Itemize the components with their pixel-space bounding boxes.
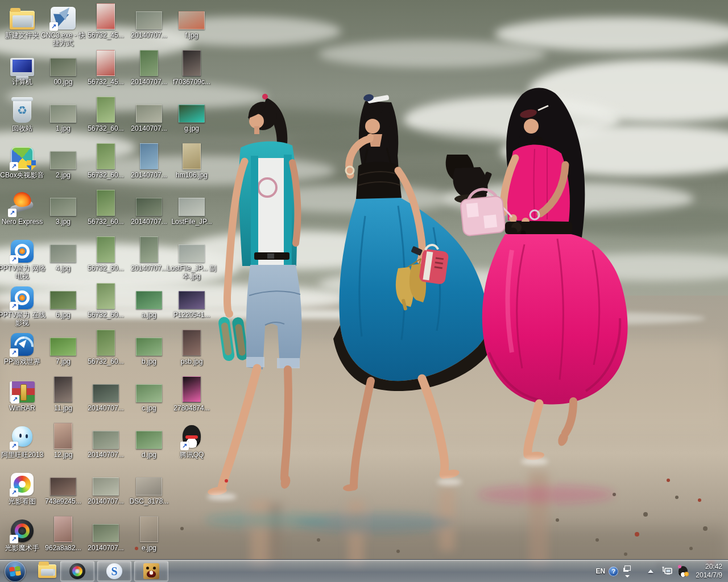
desktop-icon[interactable]: 56732_60... — [85, 329, 126, 365]
desktop-icon[interactable]: f7036709c... — [171, 49, 212, 86]
desktop-icon[interactable]: 光影魔术手 — [2, 515, 43, 552]
clock-date: 2014/7/9 — [696, 571, 722, 580]
desktop-icon[interactable]: f.jpg — [171, 2, 212, 39]
taskbar-sogou-button[interactable]: S — [97, 561, 131, 581]
desktop-icon[interactable]: 56732_45... — [85, 2, 126, 39]
desktop-icon[interactable]: 00.jpg — [43, 49, 84, 86]
desktop-icon[interactable]: 12.jpg — [43, 422, 84, 459]
desktop-icon[interactable]: 6.jpg — [43, 282, 84, 319]
desktop-icon[interactable]: 11.jpg — [43, 375, 84, 412]
photo-thumbnail-icon — [136, 477, 162, 496]
desktop-icon[interactable]: 743e9245... — [43, 468, 84, 505]
clock[interactable]: 20:42 2014/7/9 — [696, 563, 722, 580]
desktop-icon-label: DSC_3178... — [124, 497, 174, 505]
photo-thumbnail-icon — [93, 384, 119, 402]
desktop-icon[interactable]: 56732_60... — [85, 282, 126, 319]
taskbar-explorer-button[interactable] — [38, 563, 57, 580]
desktop-icon[interactable]: 27804874... — [171, 375, 212, 412]
system-tray: EN ? 20:42 2014/7/9 — [593, 560, 728, 582]
help-icon[interactable]: ? — [609, 567, 618, 576]
desktop-icon-label: 20140707... — [81, 404, 131, 412]
desktop-icon[interactable]: 4.jpg — [43, 235, 84, 272]
desktop-icon[interactable]: 20140707... — [85, 515, 126, 552]
desktop-icon[interactable]: 962a8a82... — [43, 515, 84, 552]
desktop-icon[interactable]: g.jpg — [171, 95, 212, 132]
desktop-icon[interactable]: PP游戏世界 — [2, 329, 43, 365]
photo-thumbnail-icon — [140, 516, 158, 542]
taskbar-onepiece-button[interactable] — [134, 561, 168, 581]
photo-thumbnail-icon — [50, 291, 76, 309]
photo-thumbnail-icon — [54, 423, 72, 449]
qq-icon — [181, 424, 202, 449]
desktop-icon[interactable]: WinRAR — [2, 375, 43, 412]
shortcut-arrow-icon — [49, 22, 58, 31]
desktop-icon[interactable]: P1220541... — [171, 282, 212, 319]
cnc3-icon — [51, 7, 76, 30]
desktop-icon[interactable]: c.jpg — [129, 375, 169, 412]
desktop-icon[interactable]: CNC3.exe - 快捷方式 — [43, 2, 84, 47]
language-indicator[interactable]: EN — [593, 567, 609, 575]
recycle-icon — [13, 99, 31, 123]
desktop-icon[interactable]: 回收站 — [2, 95, 43, 132]
desktop-icon[interactable]: 20140707... — [85, 468, 126, 505]
desktop-icon[interactable]: a.jpg — [129, 282, 169, 319]
network-glyph — [661, 567, 673, 576]
desktop-icon[interactable]: 20140707... — [85, 375, 126, 412]
desktop-icon[interactable]: psb.jpg — [171, 329, 212, 365]
desktop-icon[interactable]: PPTV聚力 在线影视 — [2, 282, 43, 327]
desktop-icon-label: g.jpg — [167, 124, 217, 132]
desktop-icon[interactable]: 20140707... — [85, 422, 126, 459]
desktop-icon[interactable]: 56732_60... — [85, 235, 126, 272]
desktop-icon[interactable]: 光影看图 — [2, 468, 43, 505]
shortcut-arrow-icon — [8, 209, 16, 217]
photo-thumbnail-icon — [93, 477, 119, 496]
desktop-icon[interactable]: 3.jpg — [43, 189, 84, 226]
desktop-icon[interactable]: 新建文件夹 — [2, 2, 43, 39]
explorer-folder-icon — [38, 564, 56, 578]
photo-thumbnail-icon — [140, 236, 158, 263]
desktop-icon[interactable]: 阿里旺旺2013 — [2, 422, 43, 459]
desktop-icon[interactable]: 2.jpg — [43, 142, 84, 179]
desktop-icon[interactable]: 1.jpg — [43, 95, 84, 132]
desktop-icon[interactable]: LostFile_JP... — [171, 189, 212, 226]
photo-thumbnail-icon — [50, 151, 76, 169]
desktop-icon[interactable]: 56732_60... — [85, 142, 126, 179]
desktop-icon[interactable]: CBox央视影音 — [2, 142, 43, 179]
desktop-icon[interactable]: 20140707... — [129, 189, 169, 226]
desktop-icon-label: P1220541... — [167, 311, 217, 319]
desktop-icon[interactable]: 腾讯QQ — [171, 422, 212, 459]
desktop-icon[interactable]: 20140707... — [129, 49, 169, 86]
clock-time: 20:42 — [696, 563, 722, 571]
windows-flag-icon — [9, 566, 21, 577]
language-bar-restore-icon[interactable] — [622, 564, 633, 578]
desktop-icon[interactable]: 7.jpg — [43, 329, 84, 365]
taskbar-photo-viewer-button[interactable] — [60, 561, 94, 581]
desktop-icon[interactable]: hm106.jpg — [171, 142, 212, 179]
desktop-icon[interactable]: 56732_60... — [85, 95, 126, 132]
desktop-icon[interactable]: PPTV聚力 网络电视 — [2, 235, 43, 280]
desktop-icon[interactable]: 56732_45... — [85, 49, 126, 86]
photo-thumbnail-icon — [97, 190, 115, 216]
desktop-icon[interactable]: LostFile_JP... 副本.jpg — [171, 235, 212, 280]
desktop-icon[interactable]: e.jpg — [129, 515, 169, 552]
desktop-icon[interactable]: 20140707... — [129, 2, 169, 39]
desktop-icon[interactable]: DSC_3178... — [129, 468, 169, 505]
desktop-icon[interactable]: d.jpg — [129, 422, 169, 459]
desktop-icon[interactable]: 20140707... — [129, 142, 169, 179]
photo-thumbnail-icon — [136, 11, 162, 30]
network-icon[interactable] — [661, 567, 673, 576]
desktop-icon[interactable]: 56732_60... — [85, 189, 126, 226]
qq-tray-icon[interactable] — [679, 566, 688, 577]
start-button[interactable] — [5, 561, 26, 582]
shortcut-arrow-icon — [10, 488, 18, 497]
photo-thumbnail-icon — [136, 431, 162, 449]
photo-thumbnail-icon — [93, 524, 119, 542]
desktop-icon[interactable]: Nero Express — [2, 189, 43, 226]
magic-icon — [11, 519, 34, 542]
shortcut-arrow-icon — [10, 162, 18, 171]
desktop-icon[interactable]: b.jpg — [129, 329, 169, 365]
desktop-icon[interactable]: 20140707... — [129, 235, 169, 272]
desktop-icon[interactable]: 计算机 — [2, 49, 43, 86]
desktop-icon[interactable]: 20140707... — [129, 95, 169, 132]
show-hidden-icons-arrow[interactable] — [648, 569, 653, 573]
